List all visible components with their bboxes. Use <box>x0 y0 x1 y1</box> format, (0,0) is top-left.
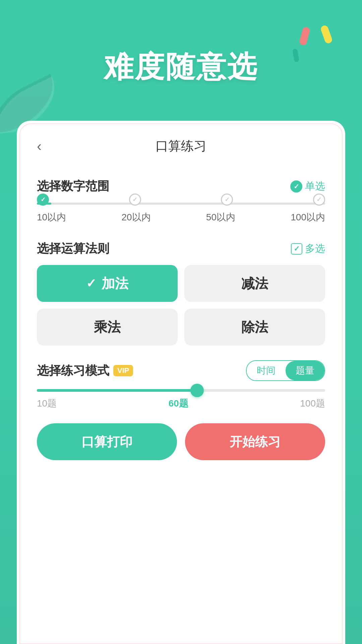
op-btn-sub[interactable]: 减法 <box>184 265 325 302</box>
count-current: 60题 <box>169 397 188 410</box>
count-slider[interactable] <box>37 389 325 392</box>
count-max: 100题 <box>300 397 325 410</box>
op-btn-add[interactable]: ✓ 加法 <box>37 265 178 302</box>
mode-toggle-count[interactable]: 题量 <box>286 361 324 380</box>
slider-dot-1[interactable] <box>129 194 141 206</box>
range-label-100: 100以内 <box>291 211 325 224</box>
mode-toggle[interactable]: 时间 题量 <box>246 360 325 381</box>
op-check-add: ✓ <box>86 276 96 290</box>
mode-label-group: 选择练习模式 VIP <box>37 363 133 379</box>
mode-label: 选择练习模式 <box>37 363 109 379</box>
count-min: 10题 <box>37 397 57 410</box>
operation-grid: ✓ 加法 减法 乘法 除法 <box>37 265 325 345</box>
slider-labels: 10以内 20以内 50以内 100以内 <box>37 211 325 224</box>
card-header: ‹ 口算练习 <box>37 121 325 165</box>
op-btn-add-inner: ✓ 加法 <box>86 274 128 293</box>
vip-badge: VIP <box>113 365 133 376</box>
count-slider-track <box>37 389 325 392</box>
range-label-20: 20以内 <box>121 211 150 224</box>
single-select-label: 单选 <box>305 179 325 193</box>
single-select-check <box>290 180 302 193</box>
main-card: ‹ 口算练习 选择数字范围 单选 10以内 20以内 50以内 100以内 选择… <box>17 121 345 644</box>
range-label-10: 10以内 <box>37 211 66 224</box>
print-button[interactable]: 口算打印 <box>37 423 177 460</box>
op-label-sub: 减法 <box>241 274 268 293</box>
count-slider-thumb[interactable] <box>190 384 204 397</box>
mode-header-row: 选择练习模式 VIP 时间 题量 <box>37 360 325 381</box>
single-select-badge: 单选 <box>290 179 325 193</box>
op-label-add: 加法 <box>102 274 128 293</box>
mode-section: 选择练习模式 VIP 时间 题量 10题 60题 100题 <box>37 360 325 410</box>
slider-dots <box>37 199 325 206</box>
op-label-mul: 乘法 <box>94 318 121 336</box>
count-slider-fill <box>37 389 197 392</box>
page-title: 难度随意选 <box>0 47 362 87</box>
number-range-slider[interactable] <box>37 203 325 206</box>
operation-header: 选择运算法则 多选 <box>37 240 325 257</box>
op-btn-div[interactable]: 除法 <box>184 309 325 345</box>
start-button[interactable]: 开始练习 <box>185 423 325 460</box>
mode-toggle-time[interactable]: 时间 <box>247 361 286 380</box>
multi-select-badge: 多选 <box>291 242 325 256</box>
op-btn-mul[interactable]: 乘法 <box>37 309 178 345</box>
slider-dot-0[interactable] <box>37 194 49 206</box>
range-label-50: 50以内 <box>206 211 235 224</box>
slider-dot-2[interactable] <box>221 194 233 206</box>
bottom-buttons: 口算打印 开始练习 <box>37 423 325 460</box>
back-button[interactable]: ‹ <box>37 138 42 154</box>
multi-select-check <box>291 243 302 255</box>
number-range-header: 选择数字范围 单选 <box>37 178 325 195</box>
operation-label: 选择运算法则 <box>37 240 109 257</box>
number-range-label: 选择数字范围 <box>37 178 109 195</box>
card-title: 口算练习 <box>156 138 206 155</box>
slider-dot-3[interactable] <box>313 194 325 206</box>
multi-select-label: 多选 <box>305 242 325 256</box>
count-labels: 10题 60题 100题 <box>37 397 325 410</box>
op-label-div: 除法 <box>241 318 268 336</box>
